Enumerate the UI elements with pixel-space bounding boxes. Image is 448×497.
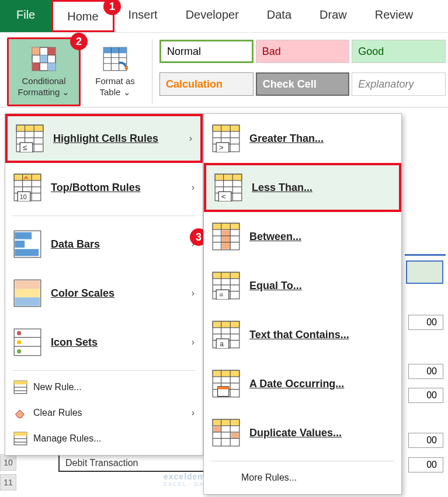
svg-rect-11 [103,47,127,53]
text-contains-icon: a [212,321,240,349]
submenu-less-than[interactable]: < Less Than... [204,163,401,212]
highlight-rules-icon: ≤ [16,124,44,152]
svg-rect-56 [213,125,239,131]
cf-label-1: Conditional [22,75,65,87]
submenu-arrow-icon: › [192,288,195,298]
svg-point-46 [17,349,21,353]
svg-text:<: < [221,192,226,201]
menu-label: Top/Bottom Rules [51,182,192,194]
menu-label: Data Bars [51,238,192,251]
less-than-icon: < [214,173,242,201]
svg-point-45 [17,340,21,344]
svg-rect-79 [213,272,239,279]
format-as-table-button[interactable]: Format as Table ⌄ [85,37,145,106]
menu-top-bottom-rules[interactable]: 10 Top/Bottom Rules › [5,163,203,212]
svg-rect-4 [32,55,40,62]
menu-clear-rules[interactable]: Clear Rules › [5,400,203,426]
svg-rect-36 [15,249,39,256]
svg-rect-18 [16,125,43,131]
svg-rect-3 [48,47,55,55]
style-explanatory[interactable]: Explanatory [352,72,446,96]
style-good[interactable]: Good [352,40,446,63]
equal-to-icon: = [212,272,240,300]
menu-color-scales[interactable]: Color Scales › [5,269,203,318]
between-icon [212,223,240,251]
style-normal[interactable]: Normal [159,40,253,63]
tab-file[interactable]: File [0,0,51,32]
svg-rect-34 [15,232,32,239]
style-bad[interactable]: Bad [256,40,350,63]
svg-rect-6 [48,55,55,62]
cell-debit-transaction: Debit Transaction [58,454,210,472]
menu-separator [12,216,196,216]
svg-text:=: = [219,290,224,299]
menu-label: More Rules... [241,472,393,483]
style-check-cell[interactable]: Check Cell [256,72,350,96]
style-calculation[interactable]: Calculation [159,72,253,96]
cell-styles-gallery[interactable]: Normal Bad Good Calculation Check Cell E… [159,37,446,103]
menu-label: Manage Rules... [33,433,195,444]
menu-label: Clear Rules [33,408,192,418]
tab-insert[interactable]: Insert [114,0,172,32]
svg-rect-35 [15,241,25,248]
dropdown-caret-icon: ⌄ [62,87,70,97]
svg-rect-2 [40,47,47,55]
submenu-date-occurring[interactable]: A Date Occurring... [204,359,401,408]
menu-data-bars[interactable]: Data Bars › [5,220,203,269]
cell-fragment: 00 [408,364,443,379]
menu-label: Duplicate Values... [249,427,393,439]
tab-data[interactable]: Data [253,0,305,32]
ft-label-1: Format as [95,75,135,87]
menu-label: Equal To... [249,280,393,292]
format-as-table-icon [102,46,128,72]
menu-new-rule[interactable]: New Rule... [5,374,203,400]
submenu-greater-than[interactable]: > Greater Than... [204,114,401,163]
svg-rect-1 [32,47,40,55]
menu-label: Text that Contains... [249,329,393,341]
menu-label: Between... [249,231,393,243]
menu-separator [12,370,196,371]
manage-rules-icon [13,432,27,446]
tab-review[interactable]: Review [361,0,428,32]
new-rule-icon [13,380,27,394]
callout-badge-2: 2 [70,33,88,50]
conditional-formatting-icon [31,46,57,72]
submenu-text-contains[interactable]: a Text that Contains... [204,310,401,359]
svg-rect-101 [218,387,229,390]
svg-rect-40 [15,297,40,305]
menu-label: New Rule... [33,382,195,392]
svg-text:10: 10 [20,193,27,200]
menu-highlight-cells-rules[interactable]: ≤ Highlight Cells Rules › [5,114,203,163]
submenu-between[interactable]: Between... [204,212,401,261]
cell-fragment: 00 [408,457,443,472]
menu-icon-sets[interactable]: Icon Sets › [5,318,203,367]
svg-rect-105 [231,433,238,439]
submenu-arrow-icon: › [192,182,195,193]
menu-label: Highlight Cells Rules [53,133,189,145]
svg-rect-38 [15,280,40,289]
svg-rect-64 [215,174,242,180]
submenu-equal-to[interactable]: = Equal To... [204,261,401,310]
svg-rect-95 [213,370,239,377]
tab-developer[interactable]: Developer [172,0,253,32]
submenu-duplicate-values[interactable]: Duplicate Values... [204,408,401,457]
tab-draw[interactable]: Draw [305,0,361,32]
row-header-10[interactable]: 10 [0,454,16,471]
menu-manage-rules[interactable]: Manage Rules... [5,426,203,451]
selection-border [405,228,446,256]
ribbon-divider [152,40,152,104]
svg-rect-87 [213,321,239,328]
highlighted-cell-header [406,260,443,284]
row-header-11[interactable]: 11 [0,474,16,491]
cf-label-2: Formatting ⌄ [18,86,70,98]
submenu-arrow-icon: › [192,337,195,347]
svg-rect-48 [14,381,27,384]
menu-label: Icon Sets [51,336,192,349]
highlight-cells-submenu: > Greater Than... < Less Than... 4 Betwe… [203,113,402,495]
menu-separator [211,461,394,461]
svg-rect-8 [40,62,47,70]
svg-point-44 [17,331,21,335]
svg-rect-103 [213,419,239,426]
conditional-formatting-button[interactable]: Conditional Formatting ⌄ [7,37,81,106]
submenu-more-rules[interactable]: More Rules... [204,465,401,491]
